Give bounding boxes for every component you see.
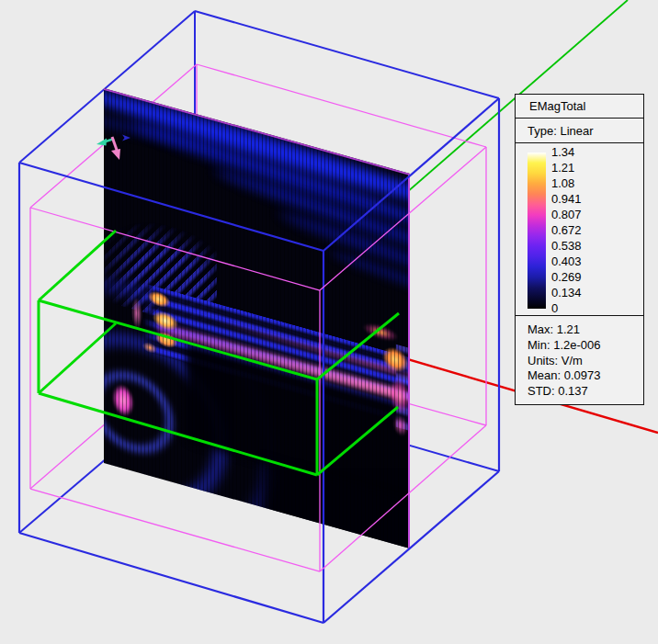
scale-label: 0.807: [551, 209, 582, 221]
scale-label: 0.941: [551, 193, 582, 206]
stat-line: Mean: 0.0973: [528, 368, 643, 384]
stat-line: STD: 0.137: [528, 384, 643, 400]
scale-label: 1.21: [551, 162, 574, 175]
plot-legend[interactable]: EMagTotal Type: Linear 1.341.211.080.941…: [515, 95, 644, 405]
stat-line: Min: 1.2e-006: [528, 338, 643, 354]
stat-line: Units: V/m: [528, 354, 643, 369]
color-scale-bar: [528, 153, 546, 309]
3d-viewport[interactable]: EMagTotal Type: Linear 1.341.211.080.941…: [0, 0, 658, 644]
legend-type-label: Type: Linear: [528, 124, 594, 138]
scale-label: 1.08: [551, 177, 574, 190]
legend-scale-box: 1.341.211.080.9410.8070.6720.5380.4030.2…: [515, 142, 644, 316]
legend-title-box: EMagTotal: [515, 94, 644, 119]
scale-label: 0.538: [551, 240, 582, 253]
scale-label: 0.134: [551, 287, 582, 299]
field-plot-plane: [104, 88, 410, 548]
scale-label: 0.403: [551, 255, 582, 268]
scale-label: 0.672: [551, 224, 582, 237]
field-mesh-texture: [104, 90, 408, 548]
legend-stats: Max: 1.21Min: 1.2e-006Units: V/mMean: 0.…: [515, 315, 644, 405]
scale-label: 0.269: [551, 271, 582, 284]
legend-title: EMagTotal: [529, 99, 585, 113]
scale-label: 0: [551, 302, 558, 315]
scale-label: 1.34: [551, 146, 574, 159]
stat-line: Max: 1.21: [528, 322, 643, 338]
legend-type-box: Type: Linear: [515, 118, 644, 143]
